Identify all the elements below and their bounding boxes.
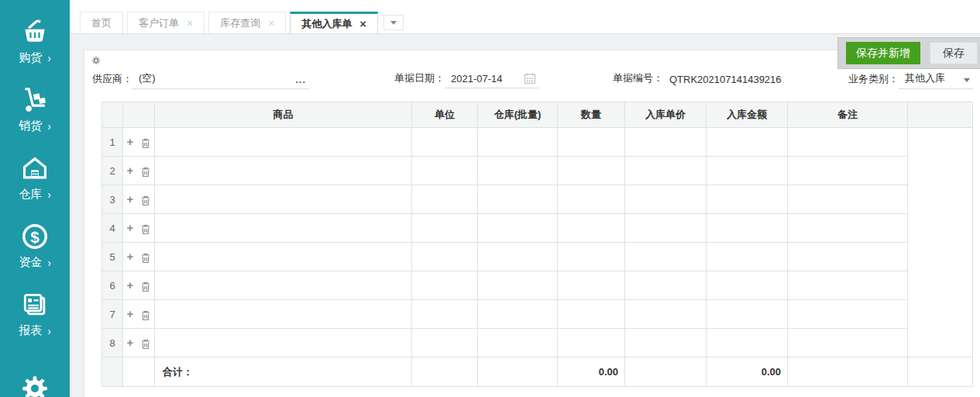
tab-other-inbound-order[interactable]: 其他入库单 × bbox=[290, 12, 377, 33]
amount-cell[interactable] bbox=[707, 214, 788, 243]
unit-cell[interactable] bbox=[412, 243, 478, 271]
product-cell[interactable] bbox=[155, 243, 412, 271]
save-and-new-button[interactable]: 保存并新增 bbox=[846, 42, 920, 64]
product-cell[interactable] bbox=[155, 185, 412, 214]
remark-cell[interactable] bbox=[788, 271, 908, 300]
add-row-icon[interactable]: + bbox=[127, 221, 134, 234]
supplier-picker-button[interactable]: ... bbox=[295, 74, 306, 85]
tab-home[interactable]: 首页 bbox=[80, 12, 123, 33]
remark-cell[interactable] bbox=[788, 300, 908, 329]
warehouse-cell[interactable] bbox=[478, 329, 558, 357]
product-cell[interactable] bbox=[155, 329, 412, 357]
sidebar-item-warehouse[interactable]: 仓库› bbox=[19, 154, 51, 202]
sidebar-item-purchase[interactable]: 购货› bbox=[19, 17, 51, 65]
add-row-icon[interactable]: + bbox=[127, 192, 134, 205]
supplier-value[interactable]: (空) bbox=[139, 71, 156, 85]
panel-settings-icon[interactable] bbox=[91, 56, 101, 65]
tab-bar: 首页 客户订单 × 库存查询 × 其他入库单 × bbox=[70, 12, 980, 34]
unit-price-cell[interactable] bbox=[625, 185, 707, 214]
delete-row-icon[interactable] bbox=[141, 310, 150, 321]
add-row-icon[interactable]: + bbox=[127, 307, 134, 320]
business-type-value[interactable]: 其他入库 bbox=[905, 71, 945, 85]
warehouse-cell[interactable] bbox=[478, 300, 558, 329]
quantity-cell[interactable] bbox=[558, 243, 625, 271]
amount-cell[interactable] bbox=[707, 128, 788, 157]
tab-stock-query[interactable]: 库存查询 × bbox=[208, 12, 286, 33]
remark-cell[interactable] bbox=[788, 157, 908, 185]
unit-cell[interactable] bbox=[412, 214, 478, 243]
add-row-icon[interactable]: + bbox=[127, 278, 134, 292]
delete-row-icon[interactable] bbox=[141, 339, 150, 350]
amount-cell[interactable] bbox=[707, 243, 788, 271]
unit-cell[interactable] bbox=[412, 329, 478, 357]
chevron-right-icon: › bbox=[47, 257, 51, 269]
remark-cell[interactable] bbox=[788, 185, 908, 214]
unit-cell[interactable] bbox=[412, 157, 478, 185]
unit-price-cell[interactable] bbox=[625, 128, 707, 157]
quantity-cell[interactable] bbox=[558, 185, 625, 214]
unit-price-cell[interactable] bbox=[625, 329, 707, 357]
unit-cell[interactable] bbox=[412, 300, 478, 329]
amount-cell[interactable] bbox=[707, 271, 788, 300]
product-cell[interactable] bbox=[155, 271, 412, 300]
unit-cell[interactable] bbox=[412, 185, 478, 214]
sidebar-item-reports[interactable]: 报表› bbox=[19, 290, 51, 338]
delete-row-icon[interactable] bbox=[141, 224, 150, 235]
quantity-cell[interactable] bbox=[558, 300, 625, 329]
unit-price-cell[interactable] bbox=[625, 157, 707, 185]
calendar-icon[interactable] bbox=[524, 72, 536, 85]
warehouse-cell[interactable] bbox=[478, 214, 558, 243]
chevron-down-icon[interactable] bbox=[964, 78, 970, 82]
quantity-cell[interactable] bbox=[558, 214, 625, 243]
amount-cell[interactable] bbox=[707, 329, 788, 357]
sidebar-item-funds[interactable]: $ 资金› bbox=[19, 222, 51, 270]
remark-cell[interactable] bbox=[788, 329, 908, 357]
quantity-cell[interactable] bbox=[558, 271, 625, 300]
save-button[interactable]: 保存 bbox=[930, 42, 978, 64]
add-row-icon[interactable]: + bbox=[127, 135, 134, 148]
add-row-icon[interactable]: + bbox=[127, 336, 134, 349]
business-type-label: 业务类别： bbox=[848, 72, 899, 89]
close-icon[interactable]: × bbox=[359, 14, 366, 34]
close-icon[interactable]: × bbox=[187, 13, 193, 33]
remark-cell[interactable] bbox=[788, 243, 908, 271]
delete-row-icon[interactable] bbox=[141, 167, 150, 178]
quantity-cell[interactable] bbox=[558, 157, 625, 185]
date-value[interactable]: 2021-07-14 bbox=[451, 73, 503, 85]
warehouse-cell[interactable] bbox=[478, 157, 558, 185]
tab-list-dropdown-button[interactable] bbox=[383, 15, 404, 30]
row-number: 3 bbox=[102, 185, 123, 214]
product-cell[interactable] bbox=[155, 214, 412, 243]
delete-row-icon[interactable] bbox=[141, 253, 150, 264]
warehouse-cell[interactable] bbox=[478, 243, 558, 271]
product-cell[interactable] bbox=[155, 128, 412, 157]
col-header-unit-price: 入库单价 bbox=[625, 102, 707, 128]
unit-cell[interactable] bbox=[412, 128, 478, 157]
sidebar-item-sales[interactable]: 销货› bbox=[19, 85, 51, 133]
quantity-cell[interactable] bbox=[558, 128, 625, 157]
product-cell[interactable] bbox=[155, 157, 412, 185]
unit-price-cell[interactable] bbox=[625, 243, 707, 271]
delete-row-icon[interactable] bbox=[141, 138, 150, 149]
unit-cell[interactable] bbox=[412, 271, 478, 300]
warehouse-cell[interactable] bbox=[478, 271, 558, 300]
delete-row-icon[interactable] bbox=[141, 281, 150, 292]
amount-cell[interactable] bbox=[707, 185, 788, 214]
unit-price-cell[interactable] bbox=[625, 300, 707, 329]
unit-price-cell[interactable] bbox=[625, 271, 707, 300]
tab-customer-orders[interactable]: 客户订单 × bbox=[127, 12, 205, 33]
warehouse-cell[interactable] bbox=[478, 128, 558, 157]
close-icon[interactable]: × bbox=[268, 13, 274, 33]
add-row-icon[interactable]: + bbox=[127, 250, 134, 263]
product-cell[interactable] bbox=[155, 300, 412, 329]
amount-cell[interactable] bbox=[707, 300, 788, 329]
remark-cell[interactable] bbox=[788, 128, 908, 157]
amount-cell[interactable] bbox=[707, 157, 788, 185]
quantity-cell[interactable] bbox=[558, 329, 625, 357]
delete-row-icon[interactable] bbox=[141, 195, 150, 206]
settings-gear-icon[interactable] bbox=[20, 374, 50, 397]
warehouse-cell[interactable] bbox=[478, 185, 558, 214]
unit-price-cell[interactable] bbox=[625, 214, 707, 243]
remark-cell[interactable] bbox=[788, 214, 908, 243]
add-row-icon[interactable]: + bbox=[127, 164, 134, 177]
